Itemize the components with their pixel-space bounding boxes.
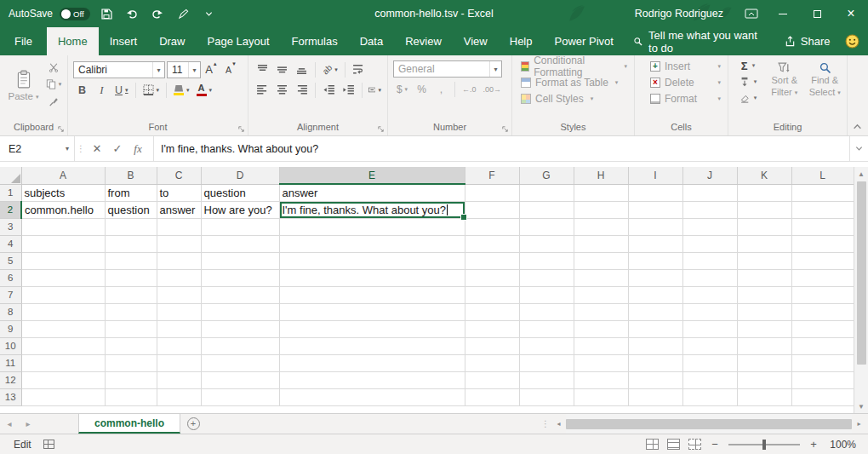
merge-center-button[interactable] (366, 81, 384, 99)
cell-H6[interactable] (574, 269, 628, 286)
cell-C4[interactable] (157, 235, 201, 252)
format-cells-button[interactable]: Format ▾ (647, 90, 724, 106)
cell-L4[interactable] (791, 235, 854, 252)
cell-E2[interactable]: I'm fine, thanks. What about you? (279, 201, 465, 218)
cell-J13[interactable] (682, 388, 737, 405)
cell-B11[interactable] (105, 354, 157, 371)
cell-I13[interactable] (628, 388, 682, 405)
zoom-in-button[interactable]: + (808, 438, 819, 451)
tab-view[interactable]: View (453, 27, 499, 55)
cell-H8[interactable] (574, 303, 628, 320)
share-button[interactable]: Share (774, 27, 841, 55)
cell-J4[interactable] (682, 235, 737, 252)
column-header-L[interactable]: L (791, 167, 854, 184)
cell-G13[interactable] (519, 388, 574, 405)
middle-align-button[interactable] (273, 60, 291, 78)
cell-H12[interactable] (574, 371, 628, 388)
cell-I7[interactable] (628, 286, 682, 303)
cell-G12[interactable] (519, 371, 574, 388)
row-header-9[interactable]: 9 (0, 320, 21, 337)
cell-F8[interactable] (465, 303, 519, 320)
row-header-6[interactable]: 6 (0, 269, 21, 286)
cell-A12[interactable] (21, 371, 105, 388)
cell-G10[interactable] (519, 337, 574, 354)
row-header-3[interactable]: 3 (0, 218, 21, 235)
font-size-combo[interactable]: 11▾ (167, 61, 201, 78)
percent-style-button[interactable]: % (413, 80, 431, 98)
align-center-button[interactable] (273, 81, 291, 99)
cell-B7[interactable] (105, 286, 157, 303)
zoom-slider-handle[interactable] (762, 440, 766, 450)
cell-B10[interactable] (105, 337, 157, 354)
cell-E11[interactable] (279, 354, 465, 371)
sheet-tab-common-hello[interactable]: common-hello (78, 414, 180, 434)
cell-I6[interactable] (628, 269, 682, 286)
top-align-button[interactable] (254, 60, 271, 78)
select-all-button[interactable] (0, 167, 21, 184)
cell-H11[interactable] (574, 354, 628, 371)
decrease-indent-button[interactable] (320, 81, 338, 99)
cell-L6[interactable] (791, 269, 854, 286)
cell-C6[interactable] (157, 269, 201, 286)
tab-home[interactable]: Home (47, 27, 99, 55)
cell-F11[interactable] (465, 354, 519, 371)
cell-D1[interactable]: question (201, 184, 279, 201)
cell-D6[interactable] (201, 269, 279, 286)
macro-record-button[interactable] (43, 440, 54, 449)
row-header-4[interactable]: 4 (0, 235, 21, 252)
cell-H4[interactable] (574, 235, 628, 252)
redo-button[interactable] (148, 4, 167, 23)
insert-function-button[interactable]: fx (128, 139, 148, 159)
fill-button[interactable] (734, 74, 762, 89)
cell-B2[interactable]: question (105, 201, 157, 218)
column-header-A[interactable]: A (21, 167, 105, 184)
normal-view-button[interactable] (646, 439, 659, 450)
cell-K2[interactable] (737, 201, 791, 218)
cell-H2[interactable] (574, 201, 628, 218)
cell-K4[interactable] (737, 235, 791, 252)
cell-B4[interactable] (105, 235, 157, 252)
cell-G11[interactable] (519, 354, 574, 371)
sort-filter-button[interactable]: Sort & Filter (766, 58, 803, 121)
tab-data[interactable]: Data (349, 27, 394, 55)
collapse-ribbon-button[interactable] (853, 122, 862, 131)
cell-B6[interactable] (105, 269, 157, 286)
accounting-format-button[interactable]: $ (393, 80, 411, 98)
font-color-button[interactable]: A (194, 81, 215, 99)
cell-L3[interactable] (791, 218, 854, 235)
cell-B13[interactable] (105, 388, 157, 405)
cell-A2[interactable]: common.hello (21, 201, 105, 218)
scroll-down-arrow[interactable]: ▼ (854, 399, 868, 413)
cell-C9[interactable] (157, 320, 201, 337)
cell-H1[interactable] (574, 184, 628, 201)
cell-I3[interactable] (628, 218, 682, 235)
zoom-out-button[interactable]: − (710, 438, 720, 451)
new-sheet-button[interactable] (180, 414, 206, 434)
cell-A8[interactable] (21, 303, 105, 320)
cell-C7[interactable] (157, 286, 201, 303)
cell-L7[interactable] (791, 286, 854, 303)
vertical-scrollbar-thumb[interactable] (857, 181, 866, 365)
orientation-button[interactable]: ab (320, 60, 340, 78)
align-left-button[interactable] (254, 81, 271, 99)
cell-K13[interactable] (737, 388, 791, 405)
cell-C8[interactable] (157, 303, 201, 320)
cell-I11[interactable] (628, 354, 682, 371)
cell-H9[interactable] (574, 320, 628, 337)
name-box-dropdown-icon[interactable]: ▾ (60, 145, 74, 152)
row-header-2[interactable]: 2 (0, 201, 21, 218)
cell-B5[interactable] (105, 252, 157, 269)
cell-E5[interactable] (279, 252, 465, 269)
tab-file[interactable]: File (0, 27, 47, 55)
cell-A10[interactable] (21, 337, 105, 354)
decrease-font-size-button[interactable]: A▼ (222, 60, 240, 78)
cell-F9[interactable] (465, 320, 519, 337)
cell-K5[interactable] (737, 252, 791, 269)
column-header-K[interactable]: K (737, 167, 791, 184)
cell-G4[interactable] (519, 235, 574, 252)
cell-I10[interactable] (628, 337, 682, 354)
cell-A6[interactable] (21, 269, 105, 286)
cell-E4[interactable] (279, 235, 465, 252)
cell-E9[interactable] (279, 320, 465, 337)
increase-decimal-button[interactable]: ←.0 (460, 80, 479, 98)
